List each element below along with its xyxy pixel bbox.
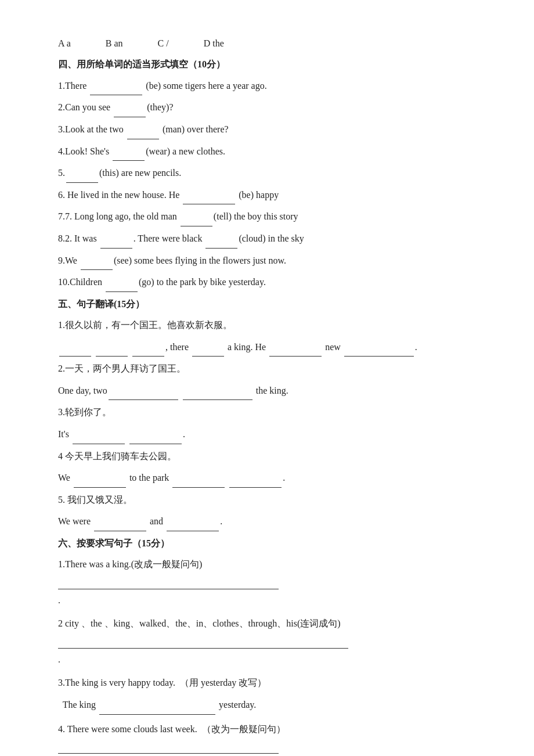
q6-4-blank <box>58 743 279 754</box>
q5-4-cn: 4 今天早上我们骑车去公园。 <box>58 447 476 466</box>
q6-3-en: The king yesterday. <box>58 695 476 715</box>
blank-5-3b <box>129 444 182 444</box>
blank-5-1c <box>132 356 164 357</box>
q5-2-cn: 2.一天，两个男人拜访了国王。 <box>58 359 476 379</box>
blank-4-10 <box>106 291 138 292</box>
blank-5-2a <box>109 399 178 400</box>
blank-5-2b <box>183 399 252 400</box>
blank-5-5a <box>94 531 146 531</box>
blank-6-3 <box>99 714 215 715</box>
blank-4-7 <box>181 226 212 226</box>
blank-4-1 <box>90 95 142 95</box>
q6-4-answer-line: . <box>58 743 476 756</box>
blank-5-4c <box>229 487 282 488</box>
q4-3: 3.Look at the two (man) over there? <box>58 120 476 139</box>
q5-5-en: We were and . <box>58 512 476 531</box>
choice-d-label: D the <box>204 35 224 52</box>
q6-2-answer-line: . <box>58 638 476 668</box>
section-4: 四、用所给单词的适当形式填空（10分） 1.There (be) some ti… <box>58 56 476 291</box>
q4-8: 8.2. It was . There were black (cloud) i… <box>58 229 476 249</box>
blank-4-3 <box>127 139 159 139</box>
q6-3-instruction: 3.The king is very happy today. （用 yeste… <box>58 673 476 693</box>
blank-5-1f <box>344 356 414 357</box>
blank-4-6 <box>183 204 235 204</box>
blank-4-8a <box>100 248 132 249</box>
choice-b-label: B an <box>106 35 123 52</box>
q6-1-blank <box>58 579 279 589</box>
q5-4-en: We to the park . <box>58 468 476 488</box>
choice-c: C / <box>158 35 169 52</box>
q4-5: 5.(this) are new pencils. <box>58 163 476 183</box>
q4-1: 1.There (be) some tigers here a year ago… <box>58 76 476 96</box>
section-5-title: 五、句子翻译(15分） <box>58 296 476 313</box>
q4-4: 4.Look! She's (wear) a new clothes. <box>58 142 476 161</box>
q6-1-answer-line: . <box>58 579 476 609</box>
blank-4-5 <box>66 182 98 183</box>
q6-2-instruction: 2 city 、the 、king、walked、the、in、clothes、… <box>58 614 476 633</box>
section-5: 五、句子翻译(15分） 1.很久以前，有一个国王。他喜欢新衣服。 , there… <box>58 296 476 531</box>
choice-b: B an <box>106 35 123 52</box>
blank-5-1e <box>269 356 322 357</box>
blank-5-1a <box>59 356 91 357</box>
q4-2: 2.Can you see (they)? <box>58 98 476 117</box>
blank-5-4b <box>172 487 225 488</box>
q6-2-blank <box>58 638 348 649</box>
blank-5-4a <box>74 487 126 488</box>
section-4-title: 四、用所给单词的适当形式填空（10分） <box>58 56 476 73</box>
q5-1-en: , there a king. He new . <box>58 337 476 357</box>
blank-5-1b <box>96 356 128 357</box>
q4-7: 7.7. Long long ago, the old man (tell) t… <box>58 207 476 226</box>
choice-a-label: A a <box>58 35 71 52</box>
q5-3-cn: 3.轮到你了。 <box>58 402 476 422</box>
q5-5-cn: 5. 我们又饿又湿。 <box>58 490 476 510</box>
choice-d: D the <box>204 35 224 52</box>
blank-5-1d <box>192 356 224 357</box>
blank-4-9 <box>81 269 113 270</box>
q4-6: 6. He lived in the new house. He (be) ha… <box>58 185 476 205</box>
section-6-title: 六、按要求写句子（15分） <box>58 535 476 552</box>
q5-1-cn: 1.很久以前，有一个国王。他喜欢新衣服。 <box>58 315 476 335</box>
section-6: 六、按要求写句子（15分） 1.There was a king.(改成一般疑问… <box>58 535 476 756</box>
choices-row: A a B an C / D the <box>58 35 476 52</box>
q6-1-instruction: 1.There was a king.(改成一般疑问句) <box>58 555 476 574</box>
q4-10: 10.Children (go) to the park by bike yes… <box>58 272 476 292</box>
blank-4-2 <box>114 117 146 117</box>
blank-4-4 <box>113 160 145 161</box>
q5-3-en: It's . <box>58 424 476 444</box>
blank-4-8b <box>205 248 237 249</box>
choice-c-label: C / <box>158 35 169 52</box>
q4-9: 9.We (see) some bees flying in the flowe… <box>58 251 476 271</box>
blank-5-5b <box>167 531 219 531</box>
choice-a: A a <box>58 35 71 52</box>
q6-4-instruction: 4. There were some clouds last week. （改为… <box>58 719 476 739</box>
blank-5-3a <box>73 444 125 444</box>
q5-2-en: One day, two the king. <box>58 381 476 401</box>
